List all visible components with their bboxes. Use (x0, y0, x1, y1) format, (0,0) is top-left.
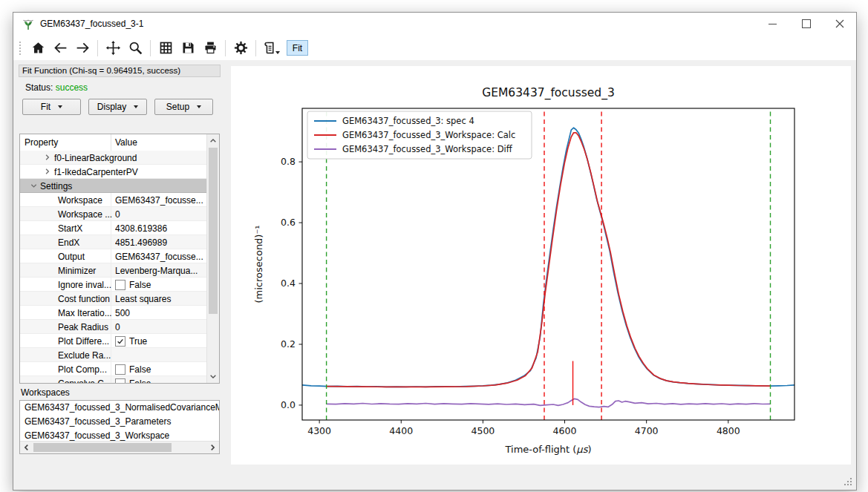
scrollbar-thumb[interactable] (209, 148, 218, 314)
twisty[interactable] (43, 154, 51, 162)
property-row[interactable]: Max Iteratio...500 (20, 306, 206, 320)
property-value[interactable]: False (115, 378, 205, 384)
property-row[interactable]: Ignore inval...False (20, 278, 206, 292)
value-text: 4308.619386 (115, 223, 167, 234)
property-value[interactable]: False (115, 364, 205, 375)
property-row[interactable]: Workspace ...0 (20, 207, 206, 221)
workspaces-hscrollbar[interactable] (20, 441, 219, 453)
output-workspaces-list: GEM63437_focussed_3_NormalisedCovariance… (19, 400, 220, 454)
column-divider (111, 320, 111, 333)
property-row[interactable]: StartX4308.619386 (20, 221, 206, 235)
grid-subplots-icon[interactable] (155, 38, 177, 58)
fit-dock-title[interactable]: Fit Function (Chi-sq = 0.964915, success… (19, 65, 221, 77)
column-header-property: Property (25, 137, 58, 148)
column-divider (111, 249, 111, 263)
toolbar-drag-handle[interactable] (18, 40, 22, 56)
dropdown-arrow-icon (275, 51, 280, 54)
scroll-down-icon[interactable] (207, 370, 219, 382)
property-row[interactable]: WorkspaceGEM63437_focusse... (20, 193, 206, 207)
property-table-scrollbar[interactable] (206, 134, 219, 383)
toolbar-separator (97, 40, 98, 56)
generate-script-icon[interactable] (261, 38, 282, 58)
plot-canvas[interactable]: GEM63437_focussed_3430044004500460047004… (231, 66, 851, 465)
back-icon[interactable] (50, 38, 71, 58)
display-menu-button[interactable]: Display (88, 99, 147, 115)
column-divider (111, 193, 111, 206)
property-value[interactable]: False (115, 280, 205, 290)
group-name: Settings (40, 181, 72, 191)
checkbox-unchecked[interactable] (115, 364, 125, 375)
property-row[interactable]: EndX4851.496989 (20, 235, 206, 249)
status-bar (13, 476, 856, 490)
pan-icon[interactable] (102, 38, 124, 58)
forward-icon[interactable] (72, 38, 94, 58)
property-name: Convolve C... (58, 378, 111, 384)
property-row[interactable]: Cost functionLeast squares (20, 292, 206, 306)
property-name: Ignore inval... (58, 280, 111, 290)
print-icon[interactable] (200, 38, 221, 58)
function-group-row[interactable]: f1-IkedaCarpenterPV (20, 165, 206, 179)
property-value[interactable]: GEM63437_focusse... (115, 252, 205, 262)
save-icon[interactable] (177, 38, 199, 58)
customize-gear-icon[interactable] (230, 38, 252, 58)
property-row[interactable]: Plot Differe...True (20, 334, 206, 348)
legend-label-0: GEM63437_focussed_3: spec 4 (342, 116, 474, 126)
function-group-row[interactable]: f0-LinearBackground (20, 151, 206, 165)
property-value[interactable]: 500 (115, 308, 205, 318)
property-value[interactable]: 4851.496989 (115, 237, 205, 248)
property-value[interactable]: 4308.619386 (115, 223, 205, 234)
column-divider (111, 292, 111, 305)
x-tick-label: 4800 (717, 425, 740, 436)
twisty[interactable] (43, 168, 51, 176)
checkbox-checked[interactable] (115, 336, 125, 347)
value-text: 4851.496989 (115, 237, 167, 248)
scroll-right-icon[interactable] (206, 442, 218, 453)
chevron-down-icon (58, 105, 62, 108)
chevron-down-icon (197, 105, 201, 108)
column-divider (111, 235, 111, 249)
scroll-up-icon[interactable] (207, 135, 219, 147)
status-value: success (56, 82, 88, 93)
column-divider (111, 221, 111, 234)
value-text: GEM63437_focusse... (115, 195, 203, 206)
workspace-list-item[interactable]: GEM63437_focussed_3_NormalisedCovariance… (20, 401, 219, 416)
property-row[interactable]: Exclude Ra... (20, 348, 206, 362)
maximize-button[interactable] (789, 13, 823, 35)
resize-grip[interactable] (844, 478, 852, 486)
minimize-button[interactable] (756, 13, 789, 35)
property-value[interactable]: 0 (115, 322, 205, 332)
property-value[interactable]: 0 (115, 209, 205, 220)
x-tick-label: 4400 (389, 425, 413, 436)
property-value[interactable]: Least squares (115, 294, 205, 304)
maximize-icon (802, 19, 811, 28)
expand-chevron-icon (43, 168, 51, 176)
fit-toolbar-button[interactable]: Fit (287, 40, 308, 56)
scroll-left-icon[interactable] (21, 442, 33, 453)
property-row[interactable]: Plot Comp...False (20, 362, 206, 376)
property-value[interactable]: Levenberg-Marqua... (115, 266, 205, 276)
fit-menu-button[interactable]: Fit (22, 99, 81, 115)
workspace-list-item[interactable]: GEM63437_focussed_3_Workspace (20, 430, 219, 441)
property-row[interactable]: Convolve C...False (20, 376, 206, 383)
setup-menu-button[interactable]: Setup (154, 99, 213, 115)
home-icon[interactable] (27, 38, 49, 58)
checkbox-unchecked[interactable] (115, 378, 125, 384)
zoom-icon[interactable] (125, 38, 146, 58)
scrollbar-thumb[interactable] (33, 443, 172, 452)
fit-property-browser: Property Value f0-LinearBackgroundf1-Ike… (19, 134, 220, 384)
column-divider (111, 362, 111, 375)
property-name: Max Iteratio... (58, 308, 112, 318)
property-value[interactable]: GEM63437_focusse... (115, 195, 205, 206)
plot-title: GEM63437_focussed_3 (482, 86, 615, 100)
property-value[interactable]: True (115, 336, 205, 347)
workspace-list-item[interactable]: GEM63437_focussed_3_Parameters (20, 416, 219, 430)
property-row[interactable]: OutputGEM63437_focusse... (20, 249, 206, 263)
property-name: StartX (58, 223, 82, 234)
function-group-row[interactable]: Settings (20, 179, 206, 193)
property-row[interactable]: Peak Radius0 (20, 320, 206, 334)
checkbox-unchecked[interactable] (115, 280, 125, 290)
property-name: Plot Differe... (58, 336, 109, 347)
twisty[interactable] (30, 182, 38, 190)
property-row[interactable]: MinimizerLevenberg-Marqua... (20, 263, 206, 278)
close-button[interactable] (823, 13, 856, 35)
